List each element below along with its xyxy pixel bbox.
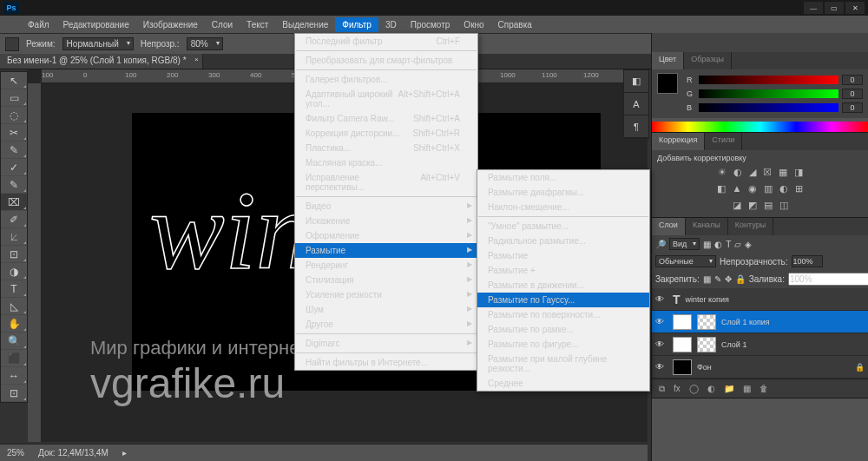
menu-item[interactable]: Наклон-смещение... (477, 200, 649, 214)
menu-item[interactable]: Размытие (477, 248, 649, 263)
tab-styles[interactable]: Стили (705, 133, 742, 150)
layer-row[interactable]: 👁Twinter копия (652, 288, 868, 311)
adj-icon[interactable]: ☀ (718, 167, 727, 178)
adj-icon[interactable]: ◉ (748, 183, 757, 194)
lock-brush-icon[interactable]: ✎ (714, 274, 721, 284)
adj-icon[interactable]: ▥ (764, 183, 773, 194)
tab-color[interactable]: Цвет (652, 52, 684, 69)
menu-item[interactable]: Другое▶ (295, 317, 477, 332)
menu-item[interactable]: Размытие по поверхности... (477, 307, 649, 322)
opacity-select[interactable]: 80% (187, 37, 223, 50)
tool-5[interactable]: ✓ (1, 159, 27, 176)
menu-item[interactable]: Радиальное размытие... (477, 234, 649, 248)
paragraph-icon[interactable]: ¶ (624, 115, 648, 138)
menu-3D[interactable]: 3D (378, 17, 404, 32)
menu-item[interactable]: Размытие в движении... (477, 278, 649, 293)
blur-submenu[interactable]: Размытие поля...Размытие диафрагмы...Нак… (477, 169, 650, 392)
menu-Слои[interactable]: Слои (205, 17, 240, 32)
lock-all-icon[interactable]: 🔒 (735, 274, 746, 284)
tool-8[interactable]: ✐ (1, 211, 27, 228)
value-R[interactable]: 0 (842, 75, 863, 85)
menu-Текст[interactable]: Текст (240, 17, 275, 32)
tool-11[interactable]: ◑ (1, 263, 27, 280)
trash-icon[interactable]: 🗑 (760, 384, 768, 393)
fx-icon[interactable]: fx (674, 384, 681, 393)
filter-icon[interactable]: ◈ (745, 240, 752, 249)
menu-item[interactable]: Размытие▶ (295, 243, 477, 258)
tab-layers[interactable]: Слои (652, 218, 686, 235)
collapsed-panels[interactable]: ◧ A ¶ (623, 69, 649, 139)
lock-pixels-icon[interactable]: ▦ (703, 274, 711, 284)
character-icon[interactable]: A (624, 93, 648, 115)
tool-1[interactable]: ▭ (1, 89, 27, 107)
tool-15[interactable]: 🔍 (1, 333, 27, 350)
adj-icon[interactable]: ⊞ (795, 183, 803, 194)
layer-filter-select[interactable]: Вид (669, 238, 700, 250)
menu-item[interactable]: Среднее (477, 376, 649, 391)
menu-item[interactable]: Адаптивный широкий угол...Alt+Shift+Ctrl… (295, 87, 477, 111)
adj-icon[interactable]: ◩ (748, 200, 757, 211)
slider-B[interactable] (699, 103, 838, 112)
menu-item[interactable]: Искажение▶ (295, 214, 477, 228)
tool-14[interactable]: ✋ (1, 315, 27, 333)
window-close[interactable]: ✕ (845, 2, 865, 14)
visibility-icon[interactable]: 👁 (655, 317, 667, 326)
slider-G[interactable] (699, 89, 838, 98)
opacity-input[interactable] (792, 255, 823, 267)
window-maximize[interactable]: ▭ (825, 2, 844, 14)
adj-icon[interactable]: ▲ (733, 183, 742, 194)
menu-item[interactable]: Размытие по рамке... (477, 322, 649, 337)
tool-preset-icon[interactable] (5, 37, 19, 51)
slider-R[interactable] (699, 76, 838, 84)
history-icon[interactable]: ◧ (624, 70, 648, 93)
fill-input[interactable] (788, 273, 868, 286)
tool-2[interactable]: ◌ (1, 107, 27, 124)
menu-item[interactable]: Фильтр Camera Raw...Shift+Ctrl+A (295, 111, 477, 126)
menu-item[interactable]: Размытие диафрагмы... (477, 185, 649, 200)
adj-icon[interactable]: ☒ (763, 167, 772, 178)
adj-icon[interactable]: ◢ (749, 167, 756, 178)
adj-icon[interactable]: ▤ (764, 200, 773, 211)
adj-icon[interactable]: ◧ (717, 183, 726, 194)
adj-icon[interactable]: ◐ (733, 167, 742, 178)
menu-item[interactable]: Найти фильтры в Интернете... (295, 355, 477, 370)
value-G[interactable]: 0 (842, 89, 863, 99)
link-icon[interactable]: ⧉ (659, 384, 665, 394)
color-swatch[interactable] (657, 73, 678, 94)
new-layer-icon[interactable]: ▦ (743, 384, 751, 393)
menu-item[interactable]: Пластика...Shift+Ctrl+X (295, 141, 477, 155)
adj-icon[interactable]: ▦ (779, 167, 787, 178)
tool-7[interactable]: ⌧ (1, 194, 27, 211)
menu-Фильтр[interactable]: Фильтр (335, 17, 378, 32)
menu-item[interactable]: Размытие поля... (477, 170, 649, 185)
menu-item[interactable]: Галерея фильтров... (295, 72, 477, 87)
tool-4[interactable]: ✎ (1, 142, 27, 159)
menu-item[interactable]: Видео▶ (295, 199, 477, 214)
lock-move-icon[interactable]: ✥ (725, 274, 732, 284)
folder-icon[interactable]: 📁 (724, 384, 734, 393)
search-icon[interactable]: 🔎 (655, 240, 666, 249)
tab-adjustments[interactable]: Коррекция (652, 133, 705, 150)
mask-icon[interactable]: ◯ (689, 384, 699, 393)
visibility-icon[interactable]: 👁 (655, 339, 667, 349)
filter-menu[interactable]: Последний фильтрCtrl+FПреобразовать для … (294, 33, 478, 371)
visibility-icon[interactable]: 👁 (655, 294, 667, 304)
blend-mode-select[interactable]: Обычные (655, 255, 716, 267)
tool-13[interactable]: ◺ (1, 298, 27, 315)
tool-0[interactable]: ↖ (1, 72, 27, 89)
adj-icon[interactable]: ◐ (779, 183, 788, 194)
hue-strip[interactable] (652, 122, 868, 132)
adjust-icon[interactable]: ◐ (707, 384, 715, 393)
filter-icon[interactable]: ▦ (703, 240, 711, 249)
menu-item[interactable]: "Умное" размытие... (477, 219, 649, 234)
layer-row[interactable]: 👁Фон🔒 (652, 356, 868, 379)
value-B[interactable]: 0 (842, 102, 863, 113)
menu-Выделение[interactable]: Выделение (275, 17, 335, 32)
tool-9[interactable]: ⟀ (1, 228, 27, 246)
menu-item[interactable]: Оформление▶ (295, 228, 477, 243)
adj-icon[interactable]: ◪ (733, 200, 741, 211)
menu-item[interactable]: Масляная краска... (295, 155, 477, 170)
tool-6[interactable]: ✎ (1, 176, 27, 194)
layer-row[interactable]: 👁Слой 1 копия (652, 311, 868, 333)
adj-icon[interactable]: ◨ (794, 167, 803, 178)
